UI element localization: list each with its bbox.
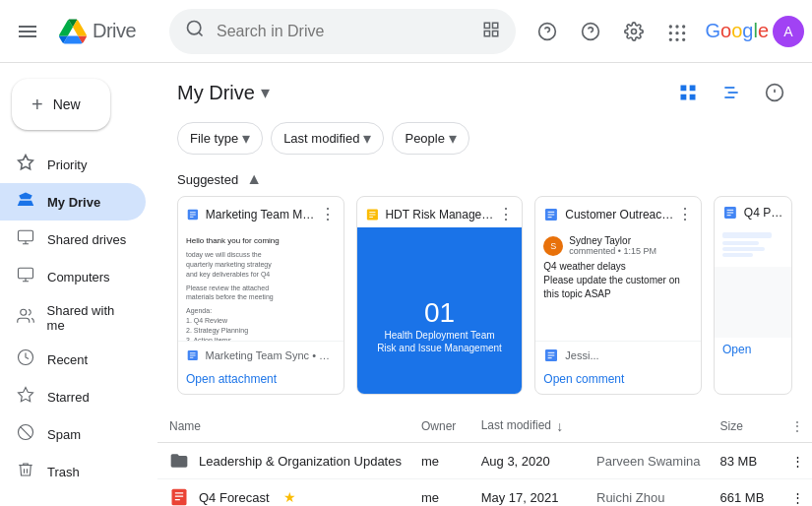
star-icon[interactable]: ★ <box>283 489 296 505</box>
file-name-1: Q4 Forecast <box>199 490 270 505</box>
suggested-card-4[interactable]: Q4 Pr... Open <box>714 196 792 395</box>
new-button-label: New <box>53 96 81 112</box>
user-avatar[interactable]: A <box>773 16 804 47</box>
assistant-icon-btn[interactable] <box>528 12 567 51</box>
people-filter[interactable]: People ▾ <box>392 122 468 155</box>
th-empty <box>585 411 709 443</box>
svg-line-1 <box>199 32 203 36</box>
priority-icon <box>16 154 35 175</box>
sidebar-item-recent[interactable]: Recent <box>0 341 146 378</box>
svg-rect-31 <box>172 489 187 506</box>
svg-point-10 <box>632 29 637 33</box>
svg-rect-12 <box>19 230 33 241</box>
file-owner-1: me <box>409 479 469 507</box>
filter-bar: File type ▾ Last modified ▾ People ▾ <box>157 110 812 162</box>
card-2-menu-icon[interactable]: ⋮ <box>498 205 514 223</box>
people-chevron: ▾ <box>449 129 457 148</box>
hamburger-icon <box>19 23 36 40</box>
apps-icon-btn[interactable] <box>657 12 697 51</box>
card-3-commenter-avatar: S <box>543 236 563 256</box>
last-modified-filter[interactable]: Last modified ▾ <box>271 122 384 155</box>
card-3-action-link[interactable]: Open comment <box>543 372 624 386</box>
card-1-title: Marketing Team Meetin... <box>206 208 320 221</box>
topbar: Drive <box>0 0 812 63</box>
sidebar-item-priority-label: Priority <box>47 158 87 172</box>
settings-icon-btn[interactable] <box>614 12 654 51</box>
search-options-icon[interactable] <box>482 21 500 42</box>
help-icon-btn[interactable] <box>571 12 610 51</box>
file-owner-0: me <box>409 443 469 479</box>
sidebar-item-computers[interactable]: Computers <box>0 258 146 295</box>
file-type-chevron: ▾ <box>242 129 250 148</box>
title-chevron-icon[interactable]: ▾ <box>261 82 270 103</box>
sidebar-item-computers-label: Computers <box>47 270 110 285</box>
search-input[interactable] <box>217 23 470 40</box>
info-icon-btn[interactable] <box>757 75 792 110</box>
sort-icon[interactable]: ↓ <box>556 418 563 434</box>
sidebar-item-shared-with-me[interactable]: Shared with me <box>0 295 146 341</box>
new-button[interactable]: + New <box>12 79 110 130</box>
svg-rect-2 <box>485 23 490 28</box>
grid-view-button[interactable] <box>670 75 706 110</box>
file-name-cell-1: Q4 Forecast ★ <box>157 479 409 507</box>
sidebar-item-priority[interactable]: Priority <box>0 146 146 183</box>
card-1-menu-icon[interactable]: ⋮ <box>320 205 336 223</box>
file-icon-1 <box>169 487 189 506</box>
card-1-footer: Marketing Team Sync • 2:30 PM <box>178 341 344 367</box>
card-4-header: Q4 Pr... <box>715 197 791 224</box>
search-bar[interactable] <box>169 9 516 54</box>
sidebar-item-trash[interactable]: Trash <box>0 453 146 490</box>
card-1-action-link[interactable]: Open attachment <box>186 372 277 386</box>
card-3-comment-time: commented • 1:15 PM <box>569 246 656 256</box>
svg-rect-13 <box>19 268 33 279</box>
sidebar-item-starred[interactable]: Starred <box>0 378 146 415</box>
suggested-card-1[interactable]: Marketing Team Meetin... ⋮ Hello thank y… <box>177 196 344 395</box>
topbar-right: Google A <box>528 12 804 51</box>
card-1-footer-text: Marketing Team Sync • 2:30 PM <box>206 349 336 361</box>
recent-icon <box>16 348 35 370</box>
table-row[interactable]: Q4 Forecast ★ me May 17, 2021 Ruichi Zho… <box>157 479 812 507</box>
suggested-card-3[interactable]: Customer Outreach... ⋮ S Sydney Taylor c… <box>534 196 702 395</box>
card-1-action: Open attachment <box>178 367 344 394</box>
file-type-filter[interactable]: File type ▾ <box>177 122 263 155</box>
svg-point-14 <box>21 309 27 315</box>
drive-logo[interactable]: Drive <box>51 14 144 49</box>
file-row-menu-0[interactable]: ⋮ <box>780 443 812 479</box>
card-3-action: Open comment <box>535 367 701 394</box>
card-2-preview: 01 Health Deployment TeamRisk and Issue … <box>357 227 523 395</box>
content-title: My Drive ▾ <box>177 82 270 104</box>
card-3-commenter-info: Sydney Taylor commented • 1:15 PM <box>569 235 656 256</box>
sidebar-item-shared-drives-label: Shared drives <box>47 232 126 247</box>
filter-icon-btn[interactable] <box>714 75 749 110</box>
card-3-comment-text: Q4 weather delaysPlease update the custo… <box>543 260 693 301</box>
card-3-menu-icon[interactable]: ⋮ <box>677 205 693 223</box>
people-filter-label: People <box>405 131 444 146</box>
suggested-label: Suggested <box>177 172 238 187</box>
shared-with-me-icon <box>16 307 35 329</box>
file-modified-date-1: May 17, 2021 <box>469 479 585 507</box>
shared-drives-icon <box>16 228 35 250</box>
svg-rect-3 <box>493 23 498 28</box>
sidebar-item-starred-label: Starred <box>47 390 90 405</box>
file-name-0: Leadership & Organization Updates <box>199 454 402 469</box>
th-modified: Last modified ↓ <box>469 411 585 443</box>
sidebar-item-spam[interactable]: Spam <box>0 415 146 453</box>
sidebar-item-my-drive[interactable]: My Drive <box>0 183 146 221</box>
file-row-menu-1[interactable]: ⋮ <box>780 479 812 507</box>
table-row[interactable]: Leadership & Organization Updates me Aug… <box>157 443 812 479</box>
file-modifier-1: Ruichi Zhou <box>585 479 709 507</box>
file-size-1: 661 MB <box>709 479 780 507</box>
file-modifier-0: Parveen Swamina <box>585 443 709 479</box>
files-table-head: Name Owner Last modified ↓ Size ⋮ <box>157 411 812 443</box>
collapse-suggested-button[interactable]: ▲ <box>246 170 262 188</box>
svg-marker-16 <box>19 388 33 402</box>
sidebar-item-shared-drives[interactable]: Shared drives <box>0 221 146 258</box>
suggested-card-2[interactable]: HDT Risk Management ⋮ 01 Health Deployme… <box>356 196 524 395</box>
card-4-action-link[interactable]: Open <box>722 343 751 356</box>
card-2-title-row: HDT Risk Management <box>365 207 499 222</box>
card-1-header: Marketing Team Meetin... ⋮ <box>178 197 344 227</box>
hamburger-menu[interactable] <box>8 12 47 51</box>
computers-icon <box>16 266 35 287</box>
content-header: My Drive ▾ <box>157 63 812 110</box>
th-size: Size <box>709 411 780 443</box>
